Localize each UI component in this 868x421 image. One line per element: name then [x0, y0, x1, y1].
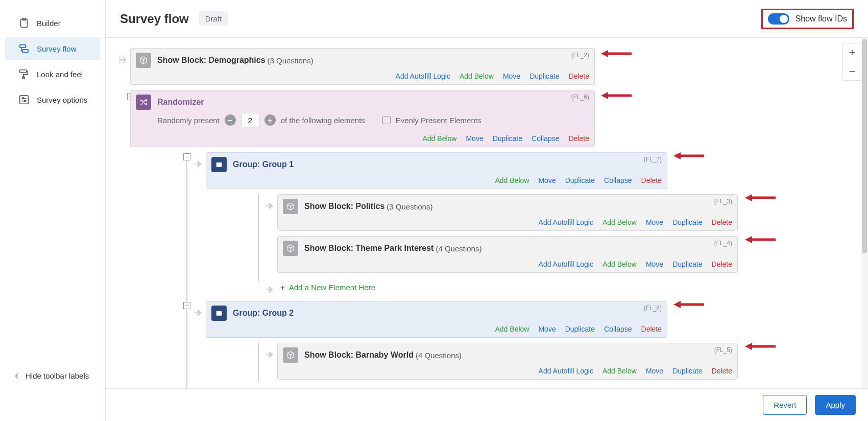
duplicate-link[interactable]: Duplicate: [529, 72, 559, 80]
annotation-arrow: [601, 49, 632, 58]
connector-icon: [265, 278, 277, 296]
annotation-arrow: [673, 151, 704, 160]
connector-icon: [194, 301, 206, 319]
page-title: Survey flow: [120, 12, 189, 26]
node-title: Show Block: Politics: [304, 202, 384, 211]
move-link[interactable]: Move: [646, 218, 663, 226]
duplicate-link[interactable]: Duplicate: [565, 325, 595, 333]
collapse-toggle[interactable]: −: [183, 302, 190, 309]
annotation-arrow: [745, 342, 776, 351]
footer: Revert Apply: [106, 388, 868, 421]
duplicate-link[interactable]: Duplicate: [493, 134, 522, 143]
collapse-link[interactable]: Collapse: [604, 176, 632, 184]
add-below-link[interactable]: Add Below: [602, 218, 637, 226]
collapse-link[interactable]: Collapse: [604, 325, 632, 333]
move-link[interactable]: Move: [466, 134, 483, 143]
add-below-link[interactable]: Add Below: [495, 176, 529, 184]
randomizer-count-input[interactable]: [241, 113, 259, 127]
connector-icon: [118, 48, 130, 66]
folder-icon: [211, 306, 227, 321]
svg-rect-10: [216, 311, 222, 316]
sidebar-item-look-and-feel[interactable]: Look and feel: [5, 62, 100, 86]
delete-link[interactable]: Delete: [641, 176, 662, 184]
connector-icon: [194, 152, 206, 170]
add-below-link[interactable]: Add Below: [460, 72, 494, 80]
annotation-arrow: [745, 193, 776, 202]
collapse-link[interactable]: Collapse: [532, 134, 559, 143]
move-link[interactable]: Move: [646, 367, 663, 375]
show-flow-ids-toggle[interactable]: [768, 13, 789, 25]
move-link[interactable]: Move: [538, 325, 556, 333]
delete-link[interactable]: Delete: [712, 218, 732, 226]
duplicate-link[interactable]: Duplicate: [672, 218, 702, 226]
delete-link[interactable]: Delete: [712, 260, 732, 268]
annotation-arrow: [601, 91, 632, 100]
evenly-present-checkbox[interactable]: [382, 116, 391, 124]
add-new-element-link[interactable]: +Add a New Element Here: [277, 278, 375, 297]
connector-icon: [265, 385, 277, 388]
sidebar-item-survey-flow[interactable]: Survey flow: [5, 37, 100, 60]
revert-button[interactable]: Revert: [763, 395, 807, 415]
sidebar-item-survey-options[interactable]: Survey options: [5, 88, 100, 111]
paint-roller-icon: [18, 68, 30, 80]
move-link[interactable]: Move: [538, 176, 556, 184]
delete-link[interactable]: Delete: [569, 72, 589, 80]
folder-icon: [211, 157, 227, 172]
chevron-left-icon: [13, 372, 20, 380]
annotation-arrow: [745, 235, 776, 244]
flow-id: (FL_3): [714, 198, 732, 205]
add-new-element-link[interactable]: +Add a New Element Here: [277, 385, 375, 388]
delete-link[interactable]: Delete: [712, 367, 732, 375]
hide-toolbar-labels[interactable]: Hide toolbar labels: [0, 366, 106, 385]
following-elements-text: of the following elements: [281, 116, 365, 125]
add-below-link[interactable]: Add Below: [602, 260, 637, 268]
collapse-toggle[interactable]: −: [183, 153, 190, 160]
block-theme-park[interactable]: (FL_4) Show Block: Theme Park Interest (…: [277, 236, 738, 273]
move-link[interactable]: Move: [503, 72, 520, 80]
add-below-link[interactable]: Add Below: [423, 134, 457, 143]
block-barnaby-world[interactable]: (FL_5) Show Block: Barnaby World (4 Ques…: [277, 343, 738, 380]
scrollbar[interactable]: [861, 38, 868, 388]
sidebar-label: Survey options: [37, 96, 87, 104]
apply-button[interactable]: Apply: [815, 395, 856, 415]
node-title: Randomizer: [157, 98, 204, 107]
add-below-link[interactable]: Add Below: [602, 367, 637, 375]
clipboard-icon: [18, 17, 30, 29]
duplicate-link[interactable]: Duplicate: [672, 367, 702, 375]
flow-id: (FL_6): [571, 93, 589, 101]
group-2-node[interactable]: (FL_8) Group: Group 2 Add Below Move Dup…: [206, 301, 667, 338]
svg-rect-6: [20, 96, 29, 104]
sliders-icon: [18, 94, 30, 105]
sidebar-label: Survey flow: [37, 44, 77, 53]
delete-link[interactable]: Delete: [569, 134, 589, 143]
duplicate-link[interactable]: Duplicate: [672, 260, 702, 268]
add-below-link[interactable]: Add Below: [495, 325, 529, 333]
flow-id: (FL_4): [714, 240, 732, 247]
shuffle-icon: [136, 95, 151, 110]
randomizer-node[interactable]: (FL_6) Randomizer Randomly present − + o…: [130, 90, 595, 147]
add-autofill-link[interactable]: Add Autofill Logic: [539, 218, 593, 226]
randomly-present-text: Randomly present: [157, 116, 220, 125]
block-demographics[interactable]: (FL_2) Show Block: Demographics (3 Quest…: [130, 48, 595, 85]
svg-rect-4: [20, 70, 27, 73]
move-link[interactable]: Move: [646, 260, 663, 268]
show-flow-ids-label: Show flow IDs: [795, 14, 847, 24]
sidebar-label: Builder: [37, 19, 61, 28]
decrement-button[interactable]: −: [225, 114, 236, 126]
sidebar-label: Look and feel: [37, 70, 83, 79]
duplicate-link[interactable]: Duplicate: [565, 176, 595, 184]
add-autofill-link[interactable]: Add Autofill Logic: [539, 260, 593, 268]
add-autofill-link[interactable]: Add Autofill Logic: [539, 367, 593, 375]
node-subtitle: (3 Questions): [387, 202, 432, 211]
show-flow-ids-highlight: Show flow IDs: [761, 9, 854, 29]
add-autofill-link[interactable]: Add Autofill Logic: [396, 72, 450, 80]
svg-point-8: [24, 100, 26, 102]
sidebar-item-builder[interactable]: Builder: [5, 11, 100, 35]
annotation-arrow: [673, 300, 704, 309]
delete-link[interactable]: Delete: [641, 325, 662, 333]
block-politics[interactable]: (FL_3) Show Block: Politics (3 Questions…: [277, 194, 738, 231]
group-1-node[interactable]: (FL_7) Group: Group 1 Add Below Move Dup…: [206, 152, 667, 189]
increment-button[interactable]: +: [264, 114, 276, 126]
connector-icon: [265, 194, 277, 212]
header: Survey flow Draft Show flow IDs: [106, 0, 868, 38]
